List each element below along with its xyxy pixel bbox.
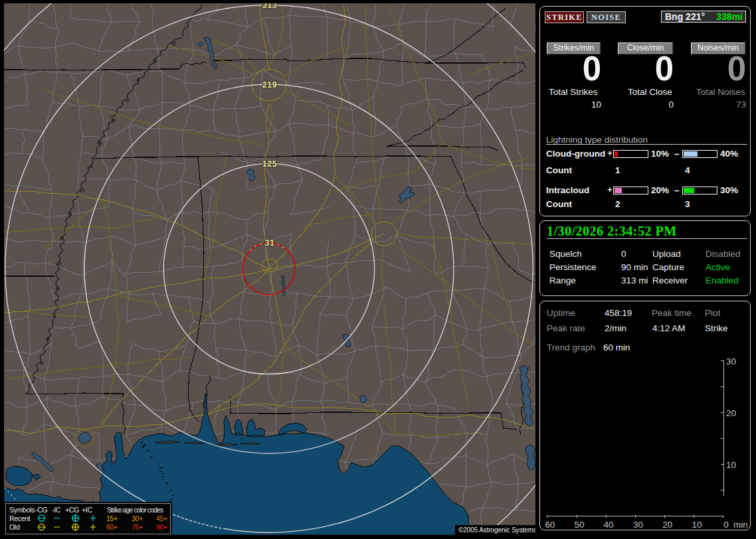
svg-text:40: 40 <box>603 520 613 530</box>
svg-text:20: 20 <box>662 520 672 530</box>
svg-text:10: 10 <box>726 460 736 470</box>
svg-text:20: 20 <box>726 408 736 418</box>
svg-text:30: 30 <box>726 356 736 366</box>
svg-text:60: 60 <box>545 520 555 530</box>
svg-text:30: 30 <box>633 520 643 530</box>
svg-text:313: 313 <box>262 3 277 10</box>
svg-text:125: 125 <box>262 159 277 169</box>
svg-text:10: 10 <box>692 520 702 530</box>
svg-text:31: 31 <box>265 238 275 248</box>
svg-text:0: 0 <box>723 520 729 530</box>
svg-text:min: min <box>733 520 748 530</box>
svg-text:219: 219 <box>262 80 277 90</box>
svg-text:50: 50 <box>574 520 584 530</box>
